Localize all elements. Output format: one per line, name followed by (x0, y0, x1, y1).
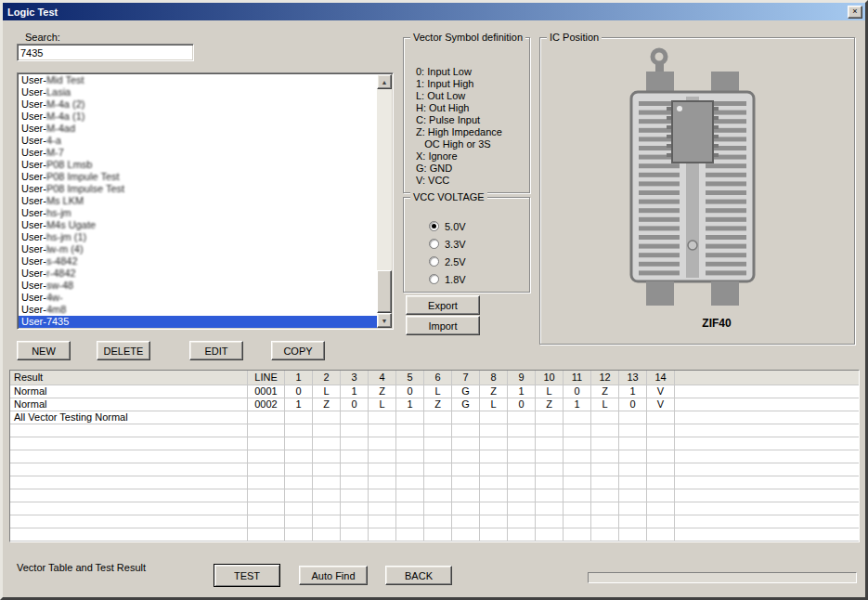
list-item-blurred-text: 4-a (46, 135, 61, 146)
ic-position-title: IC Position (547, 32, 602, 43)
radio-unchecked-icon[interactable] (429, 239, 439, 249)
radio-checked-icon[interactable] (429, 221, 439, 231)
export-button[interactable]: Export (406, 295, 480, 315)
table-cell (452, 463, 480, 476)
table-empty-row[interactable] (10, 476, 859, 489)
arrow-down-icon: ▼ (382, 318, 388, 324)
table-cell (369, 411, 396, 424)
table-cell: Normal (10, 385, 248, 398)
table-cell (536, 437, 564, 450)
list-item[interactable]: User-hs-jm (1) (19, 231, 377, 243)
list-item[interactable]: User-Ms LKM (19, 195, 377, 207)
table-empty-row[interactable] (10, 424, 859, 437)
scroll-up-button[interactable]: ▲ (377, 74, 392, 89)
table-cell (536, 476, 564, 489)
selected-list-item[interactable]: User-7435 (19, 316, 377, 328)
list-item[interactable]: User-s-4842 (19, 255, 377, 267)
list-item[interactable]: User-lw-m (4) (19, 243, 377, 255)
copy-button[interactable]: COPY (271, 341, 325, 360)
list-item[interactable]: User-r-4842 (19, 267, 377, 280)
table-cell (452, 489, 480, 502)
delete-button[interactable]: DELETE (97, 341, 150, 360)
list-item[interactable]: User-P08 Impulse Test (19, 183, 377, 195)
list-item[interactable]: User-Lasia (19, 86, 377, 98)
scroll-down-button[interactable]: ▼ (377, 313, 392, 328)
list-item-prefix: User- (21, 135, 46, 146)
list-item[interactable]: User-Mid Test (19, 74, 377, 86)
list-item[interactable]: User-M-4ad (19, 123, 377, 135)
search-input[interactable] (17, 44, 194, 61)
list-item[interactable]: User-M-7 (19, 147, 377, 159)
list-item[interactable]: User-P08 Lmsb (19, 159, 377, 171)
table-cell (285, 476, 313, 489)
table-cell (396, 528, 424, 541)
table-cell (10, 502, 248, 515)
table-empty-row[interactable] (10, 463, 859, 476)
list-item[interactable]: User-P08 Impule Test (19, 171, 377, 183)
table-cell (647, 476, 675, 489)
table-cell (564, 489, 591, 502)
auto-find-button[interactable]: Auto Find (299, 566, 368, 585)
radio-unchecked-icon[interactable] (429, 274, 439, 284)
table-cell: 0 (285, 385, 313, 398)
table-cell (619, 476, 647, 489)
table-cell: V (647, 385, 675, 398)
table-cell: Z (480, 385, 508, 398)
list-item[interactable]: User-M4s Ugate (19, 219, 377, 231)
table-empty-row[interactable] (10, 437, 859, 450)
table-empty-row[interactable] (10, 528, 859, 541)
table-cell (313, 463, 341, 476)
list-item-blurred-text: Lasia (46, 86, 71, 98)
table-cell (369, 450, 396, 463)
table-cell (424, 411, 452, 424)
vcc-option-2.5V[interactable]: 2.5V (404, 253, 529, 270)
test-button[interactable]: TEST (214, 564, 280, 587)
vcc-option-5.0V[interactable]: 5.0V (404, 217, 529, 235)
edit-button[interactable]: EDIT (189, 341, 243, 360)
import-button[interactable]: Import (406, 316, 480, 335)
list-item-prefix: User- (21, 123, 46, 134)
vcc-option-1.8V[interactable]: 1.8V (404, 270, 529, 288)
table-cell (564, 437, 591, 450)
table-empty-row[interactable] (10, 450, 859, 463)
titlebar[interactable]: Logic Test × (3, 3, 865, 20)
list-item[interactable]: User-4m8 (19, 304, 377, 316)
table-empty-row[interactable] (10, 502, 859, 515)
table-cell (480, 424, 508, 437)
scrollbar-thumb[interactable] (377, 270, 392, 313)
table-cell-filler (675, 398, 859, 411)
window-title: Logic Test (6, 7, 58, 18)
arrow-up-icon: ▲ (382, 79, 388, 85)
list-scrollbar[interactable]: ▲ ▼ (377, 74, 392, 328)
list-item[interactable]: User-4-a (19, 135, 377, 147)
new-button[interactable]: NEW (17, 341, 71, 360)
list-item-prefix: User- (21, 255, 46, 267)
table-row[interactable]: Normal00021Z0L1ZGL0Z1L0V (10, 398, 859, 411)
table-cell (508, 424, 536, 437)
list-item[interactable]: User-4w- (19, 292, 377, 304)
table-empty-row[interactable] (10, 515, 859, 528)
table-cell (285, 463, 313, 476)
vcc-options: 5.0V3.3V2.5V1.8V (404, 198, 529, 288)
radio-unchecked-icon[interactable] (429, 256, 439, 267)
back-button[interactable]: BACK (385, 566, 452, 585)
table-row[interactable]: Normal00010L1Z0LGZ1L0Z1V (10, 385, 859, 398)
table-cell (369, 463, 396, 476)
table-cell-filler (675, 515, 859, 528)
list-item[interactable]: User-M-4a (2) (19, 98, 377, 111)
user-listbox[interactable]: User-Mid TestUser-LasiaUser-M-4a (2)User… (17, 72, 394, 330)
table-row[interactable]: All Vector Testing Normal (10, 411, 859, 424)
vector-symbol-line: Z: High Impedance (416, 126, 529, 138)
table-cell (248, 411, 285, 424)
search-label: Search: (25, 32, 60, 43)
list-item[interactable]: User-sw-48 (19, 280, 377, 292)
list-item[interactable]: User-hs-jm (19, 207, 377, 219)
list-item-prefix: User- (21, 147, 46, 158)
close-button[interactable]: × (848, 6, 862, 19)
list-item[interactable]: User-M-4a (1) (19, 111, 377, 123)
column-header-filler (675, 371, 859, 385)
vcc-option-3.3V[interactable]: 3.3V (404, 235, 529, 253)
table-cell (480, 489, 508, 502)
table-cell (396, 437, 424, 450)
table-empty-row[interactable] (10, 489, 859, 502)
